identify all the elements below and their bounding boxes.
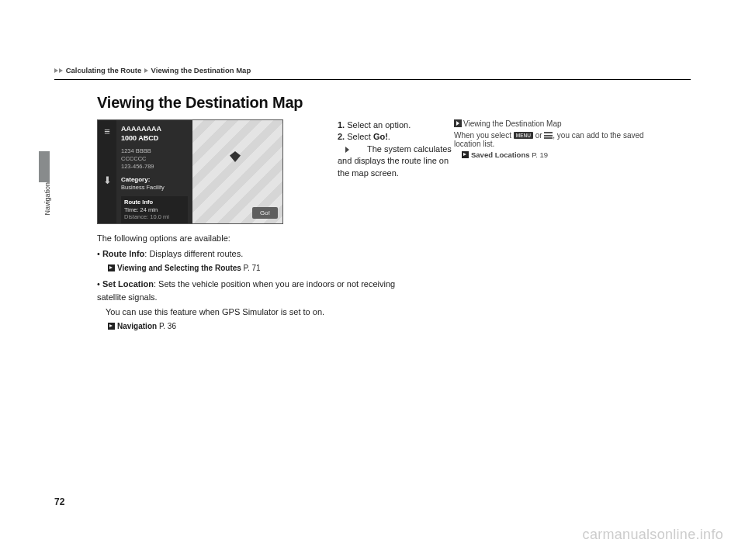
- note-body: When you select MENU or , you can add to…: [454, 131, 671, 148]
- menu-button-icon: MENU: [514, 132, 533, 139]
- down-arrow-icon: ⬇: [103, 175, 112, 186]
- note-heading: Viewing the Destination Map: [454, 119, 671, 128]
- screenshot-sidebar: ≡ ⬇: [98, 120, 116, 223]
- xref-navigation: Navigation P. 36: [108, 320, 423, 333]
- watermark: carmanualsonline.info: [583, 527, 723, 543]
- screenshot-info-panel: AAAAAAAA 1000 ABCD 1234 BBBB CCCCCC 123-…: [116, 120, 192, 223]
- category-value: Business Facility: [121, 184, 188, 192]
- xref-saved-locations: Saved Locations P. 19: [462, 150, 671, 159]
- link-icon: [108, 264, 115, 271]
- chevron-right-icon: [54, 68, 58, 73]
- option-set-location: Set Location: Sets the vehicle position …: [97, 278, 423, 304]
- dest-addr: 1234 BBBB CCCCCC 123-456-789: [121, 147, 188, 170]
- hamburger-icon: [544, 132, 553, 139]
- section-tab: [39, 151, 50, 182]
- option-set-location-extra: You can use this feature when GPS Simula…: [106, 306, 423, 319]
- breadcrumb-item: Viewing the Destination Map: [151, 66, 251, 74]
- chevron-right-icon: [144, 68, 148, 73]
- chevron-right-icon: [59, 68, 63, 73]
- step-1: 1. Select an option.: [338, 119, 462, 131]
- side-note: Viewing the Destination Map When you sel…: [454, 119, 671, 335]
- page-content: Calculating the Route Viewing the Destin…: [54, 66, 691, 335]
- options-intro: The following options are available:: [97, 232, 423, 245]
- menu-icon: ≡: [104, 126, 110, 137]
- page-title: Viewing the Destination Map: [97, 94, 691, 112]
- main-column: ≡ ⬇ AAAAAAAA 1000 ABCD 1234 BBBB CCCCCC …: [97, 119, 423, 335]
- option-route-info: Route Info: Displays different routes.: [97, 247, 423, 261]
- step-list: 1. Select an option. 2. Select Go!. The …: [338, 119, 462, 179]
- map-pin-icon: [230, 151, 241, 162]
- xref-routes: Viewing and Selecting the Routes P. 71: [108, 262, 423, 275]
- section-label: Navigation: [43, 182, 51, 216]
- breadcrumb-item: Calculating the Route: [66, 66, 142, 74]
- note-icon: [454, 119, 462, 127]
- options-section: The following options are available: Rou…: [97, 232, 423, 332]
- route-info-box: Route Info Time: 24 min Distance: 10.0 m…: [121, 196, 188, 223]
- dest-name: AAAAAAAA: [121, 125, 188, 134]
- dest-name-2: 1000 ABCD: [121, 134, 188, 143]
- step-2-sub: The system calculates and displays the r…: [338, 143, 462, 179]
- breadcrumb: Calculating the Route Viewing the Destin…: [54, 66, 691, 80]
- go-button[interactable]: Go!: [252, 207, 278, 219]
- page-number: 72: [54, 496, 64, 507]
- link-icon: [462, 151, 469, 158]
- step-2: 2. Select Go!.: [338, 131, 462, 143]
- category-label: Category:: [121, 176, 188, 184]
- link-icon: [108, 323, 115, 330]
- nav-screenshot: ≡ ⬇ AAAAAAAA 1000 ABCD 1234 BBBB CCCCCC …: [97, 119, 283, 224]
- chevron-right-icon: [345, 147, 349, 153]
- screenshot-map: Go!: [192, 120, 282, 223]
